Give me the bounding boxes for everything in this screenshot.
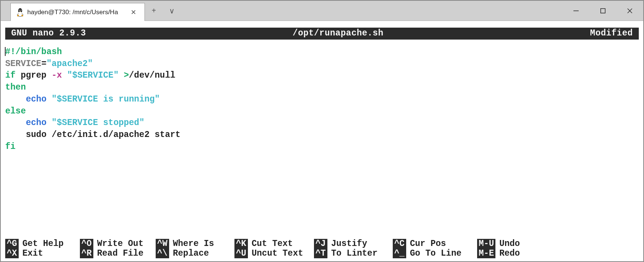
shortcut-get-help[interactable]: ^GGet Help [5, 239, 80, 249]
plus-icon: + [152, 6, 156, 15]
nano-titlebar: GNU nano 2.9.3 /opt/runapache.sh Modifie… [5, 28, 639, 40]
shortcut-label: Where Is [173, 239, 214, 249]
minimize-button[interactable] [563, 1, 589, 21]
svg-point-2 [19, 11, 22, 15]
code-devnull: /dev/null [129, 71, 175, 80]
code-pad3 [5, 130, 26, 140]
shortcut-key: ^G [5, 239, 19, 249]
shortcut-label: Replace [173, 249, 209, 258]
shortcut-key: ^U [234, 249, 248, 258]
nano-status: Modified [590, 28, 633, 38]
code-var: SERVICE [5, 59, 41, 69]
shortcut-uncut-text[interactable]: ^UUncut Text [234, 249, 314, 258]
code-echo: echo [26, 94, 46, 104]
maximize-icon [600, 8, 606, 14]
chevron-down-icon: ∨ [169, 6, 175, 15]
window-controls [563, 1, 643, 21]
shortcut-label: Undo [499, 239, 520, 249]
nano-file-path: /opt/runapache.sh [86, 28, 590, 38]
svg-point-6 [21, 10, 21, 10]
footer-row-2: ^XExit ^RRead File ^\Replace ^UUncut Tex… [5, 249, 639, 258]
code-echo2: echo [26, 118, 46, 128]
shortcut-label: Get Help [22, 239, 63, 249]
shortcut-write-out[interactable]: ^OWrite Out [80, 239, 156, 249]
shortcut-label: To Linter [331, 249, 377, 258]
shortcut-key: ^O [80, 239, 93, 249]
editor-content[interactable]: #!/bin/bashSERVICE="apache2"if pgrep -x … [5, 40, 639, 239]
tux-icon [16, 8, 24, 16]
tabs-dropdown-button[interactable]: ∨ [163, 1, 181, 21]
shortcut-label: Cur Pos [410, 239, 446, 249]
code-str2: "$SERVICE" [67, 71, 119, 80]
shortcut-key: ^_ [393, 249, 406, 258]
shortcut-read-file[interactable]: ^RRead File [80, 249, 156, 258]
code-pad2 [5, 118, 26, 128]
shortcut-label: Cut Text [252, 239, 293, 249]
tab-close-button[interactable]: ✕ [128, 7, 139, 18]
code-then: then [5, 82, 26, 92]
code-fi: fi [5, 142, 16, 152]
shortcut-cur-pos[interactable]: ^CCur Pos [393, 239, 477, 249]
code-pad [5, 94, 26, 104]
shortcut-redo[interactable]: M-ERedo [477, 249, 523, 258]
close-window-button[interactable] [616, 1, 643, 21]
shortcut-label: Go To Line [410, 249, 461, 258]
minimize-icon [573, 7, 579, 14]
code-str3: "$SERVICE is running" [52, 94, 160, 104]
code-sp2 [46, 94, 52, 104]
tab-title: hayden@T730: /mnt/c/Users/Ha [27, 9, 125, 16]
shortcut-key: ^C [393, 239, 406, 249]
shortcut-label: Read File [97, 249, 143, 258]
shortcut-label: Uncut Text [252, 249, 303, 258]
code-sudo: sudo /etc/init.d/apache2 start [26, 130, 180, 140]
code-sp3 [46, 118, 52, 128]
code-op: > [119, 71, 129, 80]
shortcut-key: ^\ [156, 249, 169, 258]
titlebar: hayden@T730: /mnt/c/Users/Ha ✕ + ∨ [1, 1, 643, 21]
nano-footer: ^GGet Help ^OWrite Out ^WWhere Is ^KCut … [5, 239, 639, 258]
code-if: if [5, 71, 16, 80]
code-str: "apache2" [46, 59, 93, 69]
code-sp [62, 71, 67, 80]
browser-tab[interactable]: hayden@T730: /mnt/c/Users/Ha ✕ [10, 3, 145, 21]
nano-app-name: GNU nano 2.9.3 [11, 28, 86, 38]
shortcut-key: ^W [156, 239, 169, 249]
shortcut-exit[interactable]: ^XExit [5, 249, 80, 258]
code-else: else [5, 106, 26, 116]
shortcut-key: ^K [234, 239, 248, 249]
new-tab-button[interactable]: + [145, 1, 163, 21]
shortcut-go-to-line[interactable]: ^_Go To Line [393, 249, 477, 258]
maximize-button[interactable] [589, 1, 616, 21]
shortcut-label: Redo [499, 249, 520, 258]
shortcut-replace[interactable]: ^\Replace [156, 249, 234, 258]
terminal-area[interactable]: GNU nano 2.9.3 /opt/runapache.sh Modifie… [1, 21, 643, 261]
footer-row-1: ^GGet Help ^OWrite Out ^WWhere Is ^KCut … [5, 239, 639, 249]
close-icon [626, 7, 633, 14]
shortcut-key: ^J [314, 239, 327, 249]
shortcut-justify[interactable]: ^JJustify [314, 239, 393, 249]
svg-point-5 [19, 10, 20, 10]
svg-rect-8 [601, 9, 605, 13]
shortcut-label: Justify [331, 239, 367, 249]
shortcut-label: Write Out [97, 239, 143, 249]
shortcut-to-linter[interactable]: ^TTo Linter [314, 249, 393, 258]
shortcut-key: ^R [80, 249, 93, 258]
shortcut-undo[interactable]: M-UUndo [477, 239, 523, 249]
code-str4: "$SERVICE stopped" [52, 118, 144, 128]
code-shebang: #!/bin/bash [5, 47, 62, 57]
shortcut-key: M-E [477, 249, 495, 258]
code-cmd: pgrep [16, 71, 52, 80]
shortcut-where-is[interactable]: ^WWhere Is [156, 239, 234, 249]
code-flag: -x [52, 71, 62, 80]
shortcut-key: M-U [477, 239, 495, 249]
shortcut-key: ^T [314, 249, 327, 258]
code-eq: = [41, 59, 47, 69]
shortcut-label: Exit [22, 249, 43, 258]
shortcut-key: ^X [5, 249, 19, 258]
shortcut-cut-text[interactable]: ^KCut Text [234, 239, 314, 249]
